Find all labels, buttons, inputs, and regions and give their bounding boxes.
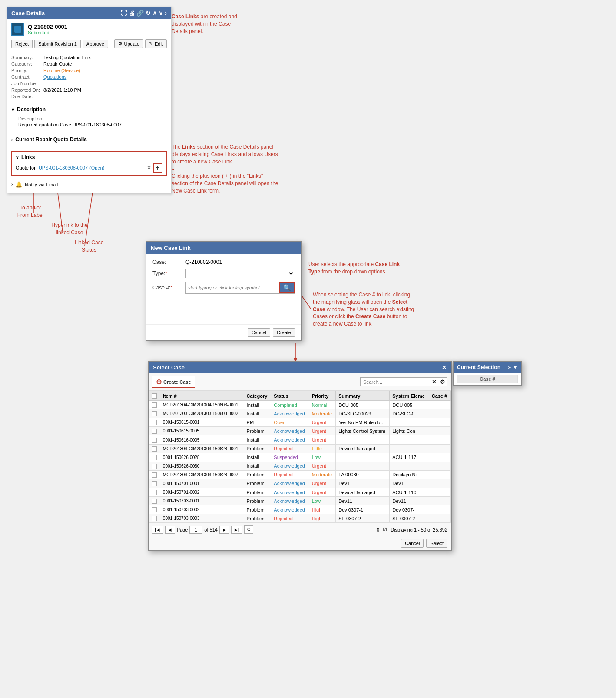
expand-icon[interactable]: »: [508, 364, 511, 370]
row-category: Install: [244, 401, 271, 409]
last-page-button[interactable]: ►|: [231, 526, 242, 534]
row-case-num: [429, 479, 450, 488]
priority-header[interactable]: Priority: [309, 391, 335, 401]
category-header[interactable]: Category: [244, 391, 271, 401]
category-label: Category:: [11, 61, 40, 66]
table-row[interactable]: 0001-150701-0002 Problem Acknowledged Ur…: [149, 488, 451, 497]
row-checkbox[interactable]: [149, 505, 160, 514]
row-case-num: [429, 435, 450, 444]
links-header[interactable]: ∨ Links: [16, 154, 162, 160]
table-row[interactable]: 0001-150701-0001 Problem Acknowledged Ur…: [149, 479, 451, 488]
next-page-button[interactable]: ►: [219, 526, 229, 534]
table-row[interactable]: 0001-150703-0003 Problem Rejected High S…: [149, 514, 451, 523]
case-link[interactable]: UPS-001-180308-0007: [39, 165, 88, 170]
job-number-value: [43, 81, 167, 86]
row-checkbox[interactable]: [149, 444, 160, 453]
system-elem-header[interactable]: System Eleme: [390, 391, 429, 401]
dialog-type-field: Type:*: [152, 269, 295, 278]
table-row[interactable]: 0001-150616-0005 Install Acknowledged Ur…: [149, 435, 451, 444]
row-sys-elem: DC-SLC-0: [390, 409, 429, 418]
row-checkbox[interactable]: [149, 453, 160, 462]
row-sys-elem: Dev11: [390, 497, 429, 505]
create-case-button[interactable]: ⊕ Create Case: [152, 376, 195, 388]
add-link-button[interactable]: +: [153, 163, 162, 173]
reported-on-label: Reported On:: [11, 87, 40, 93]
print-icon[interactable]: 🖨: [129, 10, 135, 17]
down-icon[interactable]: ∨: [159, 10, 163, 17]
notify-row[interactable]: › 🔔 Notify via Email: [11, 179, 167, 189]
panel-header-icons[interactable]: ⛶ 🖨 🔗 ↻ ∧ ∨ ›: [121, 10, 167, 17]
link-icon[interactable]: 🔗: [136, 10, 144, 17]
case-number-input[interactable]: [186, 284, 279, 292]
description-header[interactable]: ∨ Description: [11, 105, 167, 114]
row-checkbox[interactable]: [149, 462, 160, 470]
select-all-header[interactable]: [149, 391, 160, 401]
item-header[interactable]: Item #: [160, 391, 244, 401]
dialog-create-button[interactable]: Create: [273, 328, 295, 337]
prev-page-button[interactable]: ◄: [165, 526, 175, 534]
status-header[interactable]: Status: [271, 391, 309, 401]
case-number-search-button[interactable]: 🔍: [279, 282, 295, 293]
table-row[interactable]: 0001-150703-0002 Problem Acknowledged Hi…: [149, 505, 451, 514]
row-item: 0001-150703-0002: [160, 505, 244, 514]
row-checkbox[interactable]: [149, 427, 160, 435]
table-row[interactable]: 0001-150615 0005 Problem Acknowledged Ur…: [149, 427, 451, 435]
search-input[interactable]: [361, 378, 430, 386]
refresh-table-button[interactable]: ↻: [244, 525, 253, 534]
row-checkbox[interactable]: [149, 479, 160, 488]
page-number-input[interactable]: [189, 526, 202, 534]
reject-button[interactable]: Reject: [11, 40, 33, 48]
dropdown-icon[interactable]: ▼: [513, 364, 518, 370]
table-row[interactable]: MCD201304-CIM201304-150603-0001 Install …: [149, 401, 451, 409]
summary-header[interactable]: Summary: [336, 391, 390, 401]
remove-link-button[interactable]: ✕: [147, 165, 151, 171]
hyperlink-text: Hyperlink to thelinked Case: [51, 222, 87, 236]
table-row[interactable]: 0001-150626-0028 Install Suspended Low A…: [149, 453, 451, 462]
search-settings-button[interactable]: ⚙: [438, 378, 447, 386]
case-num-header[interactable]: Case #: [429, 391, 450, 401]
row-checkbox[interactable]: [149, 401, 160, 409]
up-icon[interactable]: ∧: [152, 10, 157, 17]
table-header-row: Item # Category Status Priority Summary …: [149, 391, 451, 401]
row-checkbox[interactable]: [149, 470, 160, 479]
select-cancel-button[interactable]: Cancel: [401, 539, 424, 548]
case-id: Q-210802-0001: [28, 23, 67, 30]
row-sys-elem: [390, 462, 429, 470]
row-checkbox[interactable]: [149, 497, 160, 505]
search-clear-button[interactable]: ✕: [430, 378, 438, 386]
table-row[interactable]: 0001-150703-0001 Problem Acknowledged Lo…: [149, 497, 451, 505]
table-row[interactable]: 0001-150626-0030 Install Acknowledged Ur…: [149, 462, 451, 470]
select-button[interactable]: Select: [426, 539, 447, 548]
approve-button[interactable]: Approve: [83, 40, 108, 48]
row-category: Install: [244, 462, 271, 470]
row-checkbox[interactable]: [149, 488, 160, 497]
close-icon[interactable]: ✕: [442, 364, 447, 371]
row-status: Acknowledged: [271, 479, 309, 488]
row-priority: Low: [309, 453, 335, 462]
table-row[interactable]: MCD201303-CIM201303-150628-0007 Problem …: [149, 470, 451, 479]
table-row[interactable]: 0001-150615-0001 PM Open Urgent Yes-No P…: [149, 418, 451, 427]
row-checkbox[interactable]: [149, 514, 160, 523]
select-footer-buttons: Cancel Select: [149, 536, 451, 550]
more-icon[interactable]: ›: [165, 10, 167, 17]
resize-icon[interactable]: ⛶: [121, 10, 127, 17]
update-button[interactable]: ⚙ Update: [114, 39, 143, 48]
repair-quote-header[interactable]: › Current Repair Quote Details: [11, 135, 167, 144]
row-checkbox[interactable]: [149, 435, 160, 444]
table-row[interactable]: MCD201303-CIM201303-150603-0002 Install …: [149, 409, 451, 418]
description-title: Description: [17, 106, 46, 113]
action-btn-group: Reject Submit Revision 1 Approve: [11, 40, 108, 48]
contract-value[interactable]: Quotations: [43, 74, 167, 80]
submit-revision-button[interactable]: Submit Revision 1: [34, 40, 81, 48]
type-select[interactable]: [185, 269, 295, 278]
refresh-icon[interactable]: ↻: [146, 10, 151, 17]
table-row[interactable]: MCD201303-CIM201303-150628-0001 Problem …: [149, 444, 451, 453]
row-checkbox[interactable]: [149, 418, 160, 427]
edit-button[interactable]: ✎ Edit: [145, 39, 167, 48]
case-link-status[interactable]: (Open): [89, 165, 104, 170]
dialog-cancel-button[interactable]: Cancel: [248, 328, 270, 337]
first-page-button[interactable]: |◄: [152, 526, 163, 534]
row-sys-elem: Displayn N:: [390, 470, 429, 479]
row-checkbox[interactable]: [149, 409, 160, 418]
select-case-dialog: Select Case ✕ ⊕ Create Case ✕ ⚙ Item # C…: [148, 361, 452, 551]
